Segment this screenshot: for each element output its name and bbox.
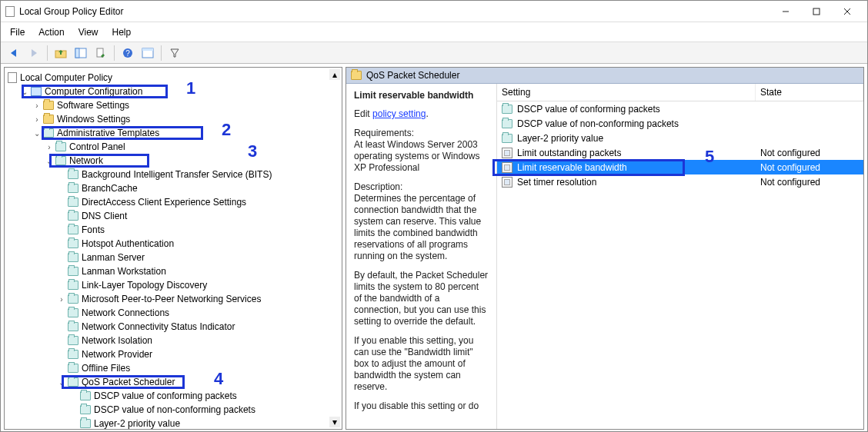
tree-label: DirectAccess Client Experience Settings [80, 197, 248, 208]
tree-item[interactable]: Fonts [8, 223, 340, 237]
list-row[interactable]: DSCP value of conforming packets [497, 101, 863, 116]
expander-open-icon[interactable]: ⌄ [20, 88, 29, 96]
menu-file[interactable]: File [8, 25, 26, 38]
expander-open-icon[interactable]: ⌄ [57, 378, 66, 387]
tree-pane[interactable]: ▴ ▾ Local Computer Policy ⌄ Computer Con… [4, 67, 342, 430]
edit-policy-link[interactable]: policy setting [372, 108, 426, 119]
folder-icon [68, 267, 78, 276]
expander-open-icon[interactable]: ⌄ [45, 157, 54, 165]
tree-item[interactable]: ⌄QoS Packet Scheduler [8, 375, 340, 389]
folder-icon [68, 294, 78, 304]
help-button[interactable]: ? [119, 45, 136, 61]
tree-root[interactable]: Local Computer Policy [8, 71, 340, 85]
list-row[interactable]: DSCP value of non-conforming packets [497, 116, 863, 131]
folder-icon [55, 142, 66, 151]
folder-icon [68, 281, 78, 290]
tree-item[interactable]: Network Isolation [8, 334, 340, 347]
expander-closed-icon[interactable]: › [45, 143, 54, 151]
expander-closed-icon[interactable]: › [32, 101, 42, 110]
folder-icon [68, 211, 78, 221]
list-row[interactable]: Limit outstanding packetsNot configured [497, 145, 863, 160]
tree-item[interactable]: Background Intelligent Transfer Service … [8, 168, 340, 181]
edit-label: Edit [354, 108, 370, 119]
tree-item[interactable]: Network Connectivity Status Indicator [8, 320, 340, 334]
tree-item[interactable]: Lanman Server [8, 251, 340, 264]
toolbar-separator [47, 45, 48, 61]
up-folder-button[interactable] [52, 45, 69, 61]
setting-name: DSCP value of non-conforming packets [517, 118, 679, 129]
list-row[interactable]: Limit reservable bandwidthNot configured [497, 160, 863, 174]
main-area: ▴ ▾ Local Computer Policy ⌄ Computer Con… [1, 64, 867, 432]
column-setting[interactable]: Setting [497, 84, 756, 101]
tree-item[interactable]: ›Microsoft Peer-to-Peer Networking Servi… [8, 292, 340, 306]
folder-icon [502, 105, 512, 114]
svg-rect-11 [142, 48, 153, 51]
tree-label: Network [68, 155, 105, 166]
tree-label: Network Connections [80, 307, 171, 318]
folder-icon [502, 134, 512, 143]
tree-label: BranchCache [80, 183, 139, 194]
tree-item[interactable]: Lanman Workstation [8, 264, 340, 278]
setting-name: Limit outstanding packets [517, 148, 621, 158]
menu-help[interactable]: Help [111, 25, 133, 38]
folder-icon [351, 71, 362, 80]
tree-item[interactable]: Network Connections [8, 306, 340, 320]
tree-item[interactable]: Network Provider [8, 347, 340, 361]
tree-item[interactable]: Offline Files [8, 361, 340, 375]
column-state[interactable]: State [756, 84, 863, 101]
tree-computer-configuration[interactable]: ⌄ Computer Configuration [8, 85, 340, 98]
tree-item[interactable]: Link-Layer Topology Discovery [8, 278, 340, 292]
tree-administrative-templates[interactable]: ⌄ Administrative Templates [8, 126, 340, 140]
tree-windows-settings[interactable]: › Windows Settings [8, 112, 340, 126]
tree-label: DNS Client [80, 211, 129, 221]
folder-icon [68, 322, 78, 331]
tree-label: Lanman Server [80, 252, 146, 263]
setting-state: Not configured [756, 148, 863, 158]
tree-item[interactable]: DSCP value of conforming packets [8, 389, 340, 403]
forward-button[interactable] [25, 45, 42, 61]
svg-rect-6 [75, 48, 79, 58]
requirements-label: Requirements: [354, 128, 414, 138]
tree-item[interactable]: Hotspot Authentication [8, 237, 340, 251]
folder-icon [55, 156, 66, 165]
tree-label: Hotspot Authentication [80, 238, 175, 249]
back-button[interactable] [5, 45, 22, 61]
tree-label: Windows Settings [55, 114, 132, 125]
tree-label: Control Panel [68, 141, 127, 152]
folder-icon [502, 119, 512, 128]
tree-network[interactable]: ⌄ Network [8, 154, 340, 168]
tree-item[interactable]: DSCP value of non-conforming packets [8, 403, 340, 417]
menu-action[interactable]: Action [37, 25, 65, 38]
window-controls [770, 1, 863, 22]
expander-closed-icon[interactable]: › [57, 295, 66, 304]
tree-item[interactable]: DNS Client [8, 209, 340, 223]
list-row[interactable]: Layer-2 priority value [497, 131, 863, 145]
list-row[interactable]: Set timer resolutionNot configured [497, 174, 863, 189]
tree-label: Network Connectivity Status Indicator [80, 321, 236, 332]
tree-control-panel[interactable]: › Control Panel [8, 140, 340, 154]
expander-open-icon[interactable]: ⌄ [32, 129, 42, 138]
tree-item[interactable]: Layer-2 priority value [8, 417, 340, 430]
menu-view[interactable]: View [77, 25, 100, 38]
properties-button[interactable] [139, 45, 156, 61]
folder-icon [68, 308, 78, 317]
folder-icon [80, 405, 91, 414]
tree-item[interactable]: DirectAccess Client Experience Settings [8, 195, 340, 209]
tree-software-settings[interactable]: › Software Settings [8, 98, 340, 112]
filter-button[interactable] [166, 45, 183, 61]
tree-label: Local Computer Policy [18, 72, 114, 83]
tree-item[interactable]: BranchCache [8, 181, 340, 195]
maximize-button[interactable] [801, 1, 832, 22]
export-list-button[interactable] [92, 45, 109, 61]
minimize-button[interactable] [770, 1, 801, 22]
folder-icon [68, 253, 78, 262]
expander-closed-icon[interactable]: › [32, 115, 42, 124]
close-button[interactable] [832, 1, 863, 22]
svg-text:?: ? [125, 49, 130, 58]
tree-label: Network Provider [80, 349, 154, 360]
description-panel: Limit reservable bandwidth Edit policy s… [346, 84, 496, 429]
tree-label: Software Settings [55, 100, 131, 111]
setting-name: Limit reservable bandwidth [517, 162, 627, 173]
show-hide-tree-button[interactable] [72, 45, 89, 61]
folder-icon [68, 336, 78, 345]
